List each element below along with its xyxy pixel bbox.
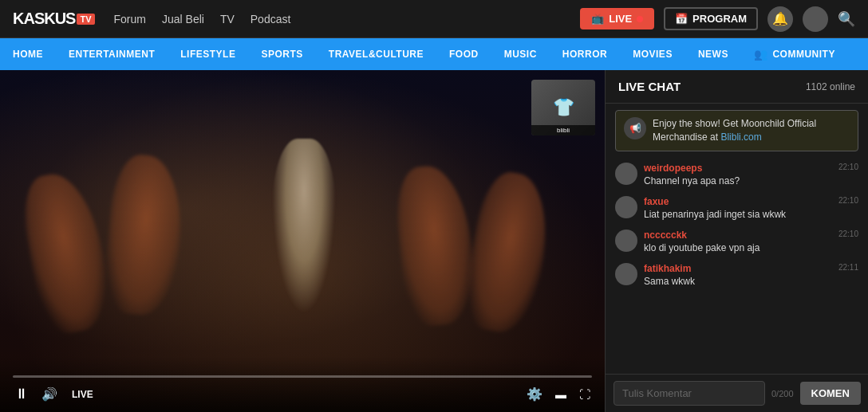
msg-text-3: klo di youtube pake vpn aja (644, 242, 832, 253)
msg-content-2: faxue Liat penarinya jadi inget sia wkwk (644, 196, 832, 220)
settings-button[interactable]: ⚙️ (525, 385, 544, 403)
chat-online-count: 1102 online (806, 81, 855, 92)
cat-travel[interactable]: TRAVEL&CULTURE (316, 38, 436, 70)
cat-community-label: COMMUNITY (772, 49, 835, 60)
video-player[interactable]: 👕 blibli ⏸ 🔊 LIVE ⚙️ ▬ ⛶ (0, 70, 605, 412)
performer-center (272, 139, 336, 314)
video-thumbnail[interactable]: 👕 blibli (531, 80, 595, 135)
msg-time-4: 22:11 (838, 263, 858, 272)
live-button[interactable]: 📺 LIVE (580, 8, 654, 29)
top-nav-links: Forum Jual Beli TV Podcast (114, 13, 581, 26)
logo[interactable]: KASKUS TV (13, 10, 95, 28)
cat-movies[interactable]: MOVIES (620, 38, 685, 70)
program-button[interactable]: 📅 PROGRAM (664, 7, 758, 30)
live-label: LIVE (609, 13, 632, 25)
msg-text-1: Channel nya apa nas? (644, 175, 832, 186)
community-icon: 👥 (754, 48, 768, 61)
msg-time-1: 22:10 (838, 163, 858, 171)
chat-input[interactable] (614, 381, 765, 406)
notifications-button[interactable]: 🔔 (767, 6, 793, 32)
msg-text-4: Sama wkwk (644, 276, 832, 287)
username-4: fatikhakim (644, 263, 832, 274)
video-controls: ⏸ 🔊 LIVE ⚙️ ▬ ⛶ (0, 356, 605, 412)
fullscreen-button[interactable]: ⛶ (578, 386, 592, 402)
progress-bar[interactable] (13, 375, 592, 378)
chat-header: LIVE CHAT 1102 online (606, 70, 868, 104)
controls-row: ⏸ 🔊 LIVE ⚙️ ▬ ⛶ (13, 384, 592, 404)
chat-message-3: nccccckk klo di youtube pake vpn aja 22:… (615, 226, 858, 257)
char-count: 0/200 (771, 389, 794, 398)
chat-message-1: weirdopeeps Channel nya apa nas? 22:10 (615, 159, 858, 190)
msg-content-3: nccccckk klo di youtube pake vpn aja (644, 230, 832, 253)
chat-title: LIVE CHAT (618, 80, 681, 93)
cat-community[interactable]: 👥 COMMUNITY (741, 38, 848, 70)
msg-time-2: 22:10 (838, 196, 858, 205)
search-button[interactable]: 🔍 (838, 10, 855, 28)
logo-tv: TV (77, 14, 94, 25)
user-avatar[interactable] (803, 6, 828, 32)
top-nav: KASKUS TV Forum Jual Beli TV Podcast 📺 L… (0, 0, 868, 38)
submit-comment-button[interactable]: KOMEN (800, 382, 861, 405)
cat-music[interactable]: MUSIC (491, 38, 550, 70)
msg-content-1: weirdopeeps Channel nya apa nas? (644, 163, 832, 186)
pause-button[interactable]: ⏸ (13, 384, 30, 404)
chat-input-row: 0/200 KOMEN (606, 374, 868, 412)
nav-podcast[interactable]: Podcast (251, 13, 291, 26)
volume-button[interactable]: 🔊 (40, 385, 59, 403)
nav-forum[interactable]: Forum (114, 13, 146, 26)
avatar-1 (615, 163, 637, 185)
msg-content-4: fatikhakim Sama wkwk (644, 263, 832, 287)
announce-icon: 📢 (624, 117, 646, 139)
live-indicator (637, 16, 643, 22)
main-content: 👕 blibli ⏸ 🔊 LIVE ⚙️ ▬ ⛶ (0, 70, 868, 412)
cat-news[interactable]: NEWS (685, 38, 741, 70)
username-2: faxue (644, 196, 832, 207)
top-nav-actions: 📺 LIVE 📅 PROGRAM 🔔 🔍 (580, 6, 855, 32)
username-3: nccccckk (644, 230, 832, 241)
category-nav: HOME ENTERTAINMENT LIFESTYLE SPORTS TRAV… (0, 38, 868, 70)
cat-entertainment[interactable]: ENTERTAINMENT (56, 38, 168, 70)
chat-message-2: faxue Liat penarinya jadi inget sia wkwk… (615, 193, 858, 223)
avatar-2 (615, 196, 637, 218)
cat-horror[interactable]: HORROR (550, 38, 620, 70)
avatar-4 (615, 263, 637, 285)
chat-message-4: fatikhakim Sama wkwk 22:11 (615, 260, 858, 290)
cat-food[interactable]: FOOD (436, 38, 491, 70)
username-1: weirdopeeps (644, 163, 832, 174)
cat-lifestyle[interactable]: LIFESTYLE (168, 38, 248, 70)
logo-text: KASKUS (13, 10, 75, 28)
nav-jualbeli[interactable]: Jual Beli (162, 13, 204, 26)
bell-icon: 🔔 (772, 11, 788, 26)
pip-button[interactable]: ▬ (554, 386, 568, 402)
announce-link[interactable]: Blibli.com (720, 131, 761, 143)
program-icon: 📅 (675, 13, 688, 25)
controls-right: ⚙️ ▬ ⛶ (525, 385, 592, 403)
live-badge: LIVE (72, 389, 93, 400)
chat-messages[interactable]: 📢 Enjoy the show! Get Moonchild Official… (606, 104, 868, 374)
live-icon: 📺 (591, 13, 604, 25)
cat-sports[interactable]: SPORTS (248, 38, 315, 70)
avatar-3 (615, 230, 637, 252)
announce-text: Enjoy the show! Get Moonchild Official M… (653, 117, 850, 144)
chat-section: LIVE CHAT 1102 online 📢 Enjoy the show! … (605, 70, 868, 412)
msg-time-3: 22:10 (838, 230, 858, 238)
nav-tv[interactable]: TV (220, 13, 235, 26)
chat-announcement: 📢 Enjoy the show! Get Moonchild Official… (615, 110, 858, 151)
msg-text-2: Liat penarinya jadi inget sia wkwk (644, 209, 832, 220)
cat-home[interactable]: HOME (0, 38, 56, 70)
thumbnail-label: blibli (531, 125, 595, 135)
program-label: PROGRAM (692, 13, 747, 25)
